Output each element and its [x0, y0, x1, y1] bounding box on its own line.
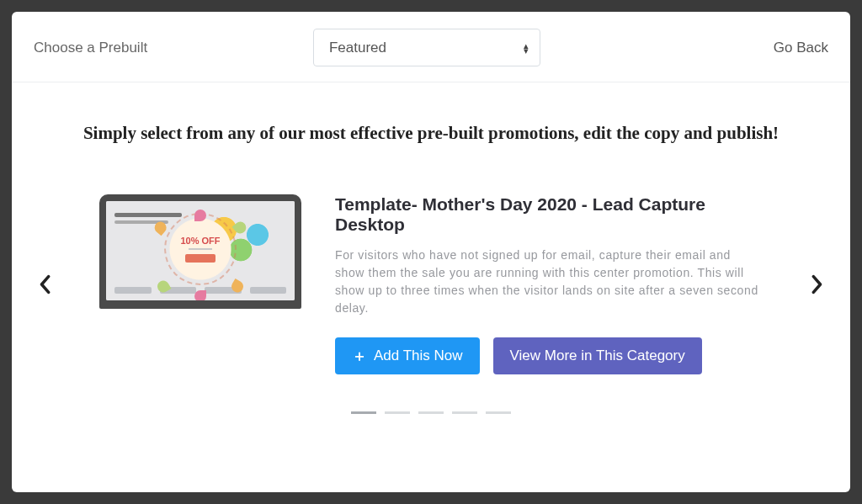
carousel-pagination	[32, 411, 830, 414]
pagination-dot[interactable]	[385, 411, 410, 414]
template-carousel: 10% OFF Template- Mother's Day 2020 - Le…	[32, 194, 830, 374]
filter-select[interactable]: Featured	[313, 29, 540, 66]
laptop-frame: 10% OFF	[99, 194, 301, 309]
modal-header: Choose a Prebuilt Featured ▴▾ Go Back	[12, 12, 850, 82]
view-more-button[interactable]: View More in This Category	[493, 337, 702, 374]
pagination-dot[interactable]	[486, 411, 511, 414]
view-button-label: View More in This Category	[510, 347, 685, 364]
badge-cta-mock	[185, 254, 216, 263]
badge-discount-text: 10% OFF	[180, 236, 220, 246]
add-this-now-button[interactable]: ＋ Add This Now	[335, 337, 480, 374]
promo-badge: 10% OFF	[164, 213, 237, 285]
template-description: For visitors who have not signed up for …	[335, 247, 763, 317]
go-back-link[interactable]: Go Back	[774, 40, 828, 56]
modal-content: Simply select from any of our most effec…	[12, 82, 850, 492]
header-title: Choose a Prebuilt	[34, 40, 147, 56]
chevron-right-icon	[811, 274, 823, 294]
prebuilt-modal: Choose a Prebuilt Featured ▴▾ Go Back Si…	[12, 12, 850, 492]
pagination-dot[interactable]	[351, 411, 376, 414]
button-row: ＋ Add This Now View More in This Categor…	[335, 337, 763, 374]
carousel-next-button[interactable]	[805, 274, 830, 294]
mock-chip	[114, 287, 152, 294]
add-button-label: Add This Now	[374, 347, 463, 364]
badge-content: 10% OFF	[176, 225, 225, 273]
plus-icon: ＋	[352, 348, 367, 363]
filter-select-wrap: Featured ▴▾	[313, 29, 540, 66]
carousel-prev-button[interactable]	[32, 274, 57, 294]
carousel-slide: 10% OFF Template- Mother's Day 2020 - Le…	[57, 194, 805, 374]
template-preview: 10% OFF	[99, 194, 301, 309]
badge-input-mock	[189, 248, 212, 250]
chevron-left-icon	[39, 274, 51, 294]
pagination-dot[interactable]	[452, 411, 477, 414]
pagination-dot[interactable]	[418, 411, 444, 414]
laptop-screen: 10% OFF	[106, 201, 295, 300]
template-title: Template- Mother's Day 2020 - Lead Captu…	[335, 194, 763, 235]
template-detail: Template- Mother's Day 2020 - Lead Captu…	[335, 194, 763, 374]
page-headline: Simply select from any of our most effec…	[32, 123, 830, 144]
mock-chip	[250, 287, 287, 294]
